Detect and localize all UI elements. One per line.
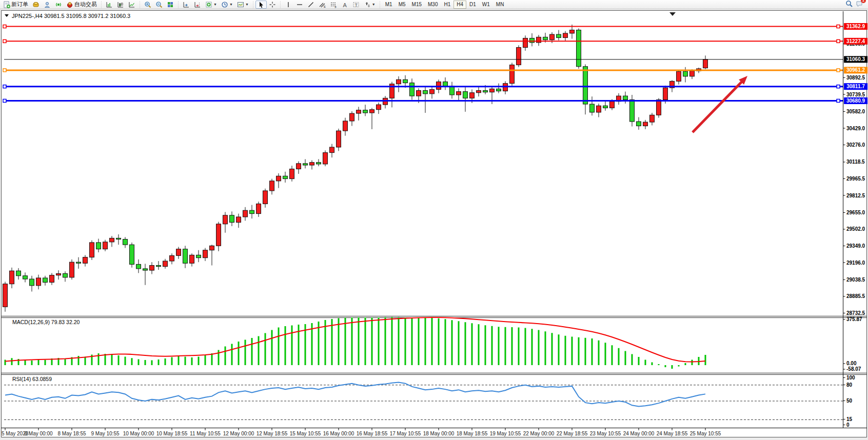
profile-button[interactable] xyxy=(42,1,53,9)
bull-candle-body xyxy=(210,246,214,250)
cursor-button[interactable] xyxy=(255,1,267,9)
chevron-down-icon[interactable]: ▼ xyxy=(229,3,233,6)
bear-candle-body xyxy=(450,86,455,95)
time-label: 16 May 18:55 xyxy=(357,431,388,436)
bull-candle-body xyxy=(417,90,421,96)
timeframe-d1-button[interactable]: D1 xyxy=(466,1,479,9)
hline-handle[interactable] xyxy=(3,99,6,102)
bear-candle-body xyxy=(497,89,501,91)
hline-handle[interactable] xyxy=(837,25,840,28)
bull-candle-body xyxy=(83,257,88,264)
timeframe-m5-button[interactable]: M5 xyxy=(396,1,409,9)
hline-handle[interactable] xyxy=(3,25,6,28)
horizontal-line-button[interactable] xyxy=(294,1,305,9)
bear-candle-body xyxy=(303,164,308,165)
chart-bars-button[interactable] xyxy=(104,1,115,9)
timeframe-mn-button[interactable]: MN xyxy=(493,1,507,9)
bear-candle-body xyxy=(463,92,468,98)
rsi-axis-label: 0 xyxy=(846,422,850,428)
auto-scroll-icon xyxy=(183,1,190,8)
arrows-button[interactable]: ▼ xyxy=(362,1,378,9)
macd-label: MACD(12,26,9) 79.83 32.20 xyxy=(12,319,80,325)
hline-handle[interactable] xyxy=(3,85,6,88)
chevron-down-icon[interactable]: ▼ xyxy=(213,3,217,6)
hline-handle[interactable] xyxy=(837,39,840,43)
chart-candles-button[interactable] xyxy=(115,1,126,9)
chart-shift-icon xyxy=(194,1,201,8)
macd-axis-label: 375.87 xyxy=(846,316,862,322)
chevron-down-icon[interactable]: ▼ xyxy=(372,3,376,6)
bull-candle-body xyxy=(216,224,221,246)
channel-button[interactable]: E xyxy=(317,1,328,9)
hline-handle[interactable] xyxy=(837,85,840,88)
bear-candle-body xyxy=(16,271,21,276)
search-button[interactable] xyxy=(845,0,853,9)
templates-button[interactable]: ▼ xyxy=(235,1,251,9)
zoom-in-button[interactable] xyxy=(142,1,153,9)
bull-candle-body xyxy=(56,273,61,275)
timeframe-h1-button[interactable]: H1 xyxy=(441,1,453,9)
bear-candle-body xyxy=(577,30,581,67)
bull-candle-body xyxy=(223,215,228,224)
time-label: 10 May 00:00 xyxy=(123,431,154,436)
time-label: 10 May 18:55 xyxy=(156,431,188,436)
bear-candle-body xyxy=(590,104,595,112)
templates-icon xyxy=(237,1,244,8)
zoom-out-button[interactable] xyxy=(153,1,165,9)
bull-candle-body xyxy=(163,261,168,267)
hline-handle[interactable] xyxy=(837,69,840,72)
periods-button[interactable]: ▼ xyxy=(219,1,235,9)
bear-candle-body xyxy=(116,238,121,239)
bear-candle-body xyxy=(123,239,128,245)
bull-candle-body xyxy=(343,121,348,131)
cursor-icon xyxy=(258,1,265,8)
chart-line-icon xyxy=(128,1,135,8)
time-label: 25 May 10:55 xyxy=(690,431,721,436)
price-tick-label: 29655.0 xyxy=(846,210,865,215)
bear-candle-body xyxy=(603,106,608,108)
chart-line-button[interactable] xyxy=(126,1,137,9)
text-label-button[interactable]: T xyxy=(350,1,362,9)
price-tick-label: 29196.0 xyxy=(846,260,865,266)
chart-shift-button[interactable] xyxy=(192,1,203,9)
bear-candle-body xyxy=(623,96,628,99)
vertical-line-button[interactable] xyxy=(283,1,294,9)
new-order-button[interactable]: 新订单 xyxy=(1,1,30,9)
signals-button[interactable] xyxy=(53,1,64,9)
indicators-icon xyxy=(205,1,212,8)
timeframe-m15-button[interactable]: M15 xyxy=(409,1,425,9)
trendline-button[interactable] xyxy=(305,1,317,9)
timeframe-h4-button[interactable]: H4 xyxy=(453,1,466,9)
text-icon: A xyxy=(341,1,348,8)
hline-handle[interactable] xyxy=(3,69,6,72)
chevron-down-icon[interactable]: ▼ xyxy=(245,3,249,6)
profile-icon xyxy=(44,1,51,8)
bear-candle-body xyxy=(317,163,321,164)
price-badge-label: 30961.2 xyxy=(846,67,865,73)
text-button[interactable]: A xyxy=(339,1,350,9)
tile-windows-button[interactable] xyxy=(165,1,176,9)
candle xyxy=(130,243,134,268)
market-watch-button[interactable] xyxy=(30,1,42,9)
chat-button[interactable]: 1 xyxy=(856,0,863,9)
bull-candle-body xyxy=(597,106,601,112)
bull-candle-body xyxy=(263,191,268,204)
bull-candle-body xyxy=(3,284,8,307)
hline-handle[interactable] xyxy=(3,39,6,43)
crosshair-button[interactable] xyxy=(267,1,278,9)
timeframe-m30-button[interactable]: M30 xyxy=(425,1,441,9)
bull-candle-body xyxy=(703,59,708,68)
fibonacci-button[interactable]: F xyxy=(328,1,339,9)
price-badge-label: 31362.9 xyxy=(846,24,865,29)
bear-candle-body xyxy=(363,110,368,113)
bear-candle-body xyxy=(63,273,68,277)
bull-candle-body xyxy=(310,163,314,165)
chart-canvas[interactable]: MACD(12,26,9) 79.83 32.20RSI(14) 63.0859… xyxy=(0,0,868,440)
hline-handle[interactable] xyxy=(837,99,840,102)
timeframe-w1-button[interactable]: W1 xyxy=(479,1,493,9)
auto-scroll-button[interactable] xyxy=(181,1,192,9)
time-label: 8 May 00:00 xyxy=(24,431,52,436)
autotrade-button[interactable]: 自动交易 xyxy=(64,1,99,9)
indicators-button[interactable]: ▼ xyxy=(203,1,219,9)
timeframe-m1-button[interactable]: M1 xyxy=(382,1,396,9)
